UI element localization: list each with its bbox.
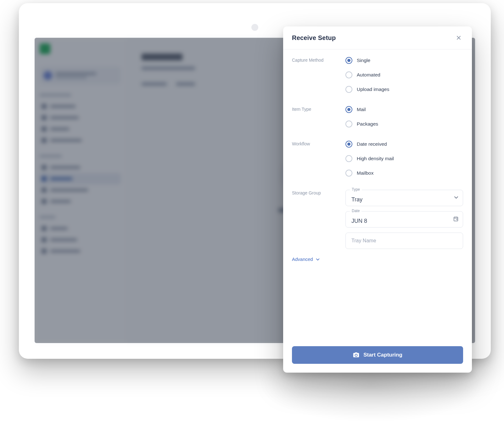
item-type-radio-group: Mail Packages	[345, 106, 463, 127]
radio-icon	[345, 141, 352, 148]
radio-icon	[345, 71, 352, 78]
panel-title: Receive Setup	[292, 34, 336, 42]
storage-date-value: JUN 8	[351, 218, 367, 224]
radio-label: Packages	[357, 121, 378, 127]
storage-type-select[interactable]: Type Tray	[345, 190, 463, 206]
storage-type-floating-label: Type	[350, 187, 362, 192]
workflow-radio-group: Date received High density mail Mailbox	[345, 141, 463, 177]
camera-icon	[353, 352, 360, 358]
radio-icon	[345, 155, 352, 162]
radio-item-mail[interactable]: Mail	[345, 106, 463, 113]
tablet-camera-dot	[251, 24, 258, 31]
radio-label: High density mail	[357, 156, 394, 161]
radio-label: Single	[357, 58, 370, 63]
start-capturing-label: Start Capturing	[363, 352, 402, 358]
radio-icon	[345, 57, 352, 64]
calendar-icon	[453, 216, 459, 223]
radio-icon	[345, 121, 352, 127]
chevron-down-icon	[454, 195, 459, 201]
receive-setup-panel: Receive Setup Capture Method Single	[283, 26, 472, 373]
storage-type-value: Tray	[351, 196, 362, 203]
close-icon	[456, 35, 461, 40]
storage-date-input[interactable]: Date JUN 8	[345, 211, 463, 228]
radio-workflow-date-received[interactable]: Date received	[345, 141, 463, 148]
radio-icon	[345, 86, 352, 93]
start-capturing-button[interactable]: Start Capturing	[292, 346, 463, 364]
item-type-label: Item Type	[292, 106, 345, 127]
radio-icon	[345, 170, 352, 177]
chevron-down-icon	[316, 257, 320, 262]
svg-rect-6	[456, 219, 457, 220]
radio-label: Mailbox	[357, 170, 373, 176]
tray-name-input[interactable]	[345, 233, 463, 249]
radio-label: Automated	[357, 72, 380, 78]
advanced-label: Advanced	[292, 256, 313, 262]
radio-workflow-mailbox[interactable]: Mailbox	[345, 170, 463, 177]
storage-date-floating-label: Date	[350, 209, 361, 213]
radio-item-packages[interactable]: Packages	[345, 121, 463, 127]
capture-method-radio-group: Single Automated Upload images	[345, 57, 463, 93]
radio-capture-upload-images[interactable]: Upload images	[345, 86, 463, 93]
storage-group-label: Storage Group	[292, 190, 345, 249]
radio-workflow-high-density-mail[interactable]: High density mail	[345, 155, 463, 162]
advanced-toggle[interactable]: Advanced	[292, 256, 463, 262]
capture-method-label: Capture Method	[292, 57, 345, 93]
radio-capture-single[interactable]: Single	[345, 57, 463, 64]
radio-capture-automated[interactable]: Automated	[345, 71, 463, 78]
workflow-label: Workflow	[292, 141, 345, 177]
radio-label: Date received	[357, 141, 387, 147]
close-button[interactable]	[454, 33, 463, 42]
radio-icon	[345, 106, 352, 113]
radio-label: Upload images	[357, 87, 389, 92]
radio-label: Mail	[357, 107, 366, 112]
